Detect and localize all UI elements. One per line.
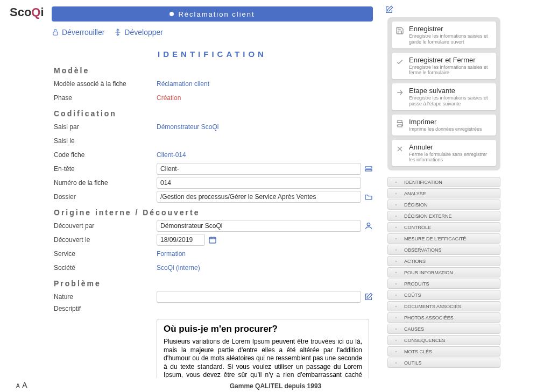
save-icon xyxy=(395,26,405,35)
ba-title: Annuler xyxy=(409,143,493,151)
nav-icon: ◦ xyxy=(391,348,401,354)
nav-icon: ◦ xyxy=(391,292,401,298)
ba-title: Enregistrer et Fermer xyxy=(409,56,493,64)
nav-btn-14[interactable]: ◦CONSÉQUENCES xyxy=(387,335,500,345)
nav-btn-2[interactable]: ◦DÉCISION xyxy=(387,199,500,210)
nav-label: OBSERVATIONS xyxy=(404,247,442,253)
ba-title: Enregistrer xyxy=(409,25,493,33)
nav-label: CONTRÔLE xyxy=(404,225,431,230)
nav-icon: ◦ xyxy=(391,326,401,332)
label-entete: En-tête xyxy=(52,165,157,173)
unlock-button[interactable]: Déverrouiller xyxy=(52,28,104,37)
nav-btn-8[interactable]: ◦POUR INFORMATION xyxy=(387,267,500,277)
descriptif-textarea[interactable]: Où puis-je m'en procurer? Plusieurs vari… xyxy=(157,319,369,378)
brand-logo: ScoQi xyxy=(10,5,44,19)
nav-buttons: ◦IDENTIFICATION◦ANALYSE◦DÉCISION◦DÉCISIO… xyxy=(387,177,500,368)
value-societe-int[interactable]: ScoQi (interne) xyxy=(157,264,200,272)
value-phase: Création xyxy=(157,94,181,102)
nav-label: PHOTOS ASSOCIÉES xyxy=(404,315,454,320)
svg-rect-8 xyxy=(398,125,402,127)
nav-icon: ◦ xyxy=(391,236,401,241)
ba-desc: Enregistre les informations saisies et p… xyxy=(409,95,493,107)
big-action-4[interactable]: AnnulerFerme le formulaire sans enregist… xyxy=(392,140,496,167)
nav-label: DÉCISION EXTERNE xyxy=(404,213,452,219)
nav-btn-12[interactable]: ◦PHOTOS ASSOCIÉES xyxy=(387,312,500,323)
ba-desc: Imprime les données enregistrées xyxy=(409,126,493,132)
check-icon xyxy=(395,57,405,67)
label-saisi-par: Saisi par xyxy=(52,123,157,131)
nav-icon: ◦ xyxy=(391,360,401,366)
input-entete[interactable] xyxy=(157,163,361,175)
input-dossier[interactable] xyxy=(157,191,361,203)
nav-label: DOCUMENTS ASSOCIÉS xyxy=(404,304,461,309)
edit-top-icon[interactable] xyxy=(385,5,393,14)
folder-icon[interactable] xyxy=(364,193,373,201)
arrow-icon xyxy=(395,88,405,97)
nav-icon: ◦ xyxy=(391,281,401,287)
entete-icon[interactable] xyxy=(364,165,373,173)
big-action-3[interactable]: ImprimerImprime les données enregistrées xyxy=(392,115,496,136)
ba-desc: Enregistre les informations saisies et g… xyxy=(409,33,493,45)
nav-btn-10[interactable]: ◦COÛTS xyxy=(387,290,500,300)
expand-icon xyxy=(114,28,122,36)
nav-btn-1[interactable]: ◦ANALYSE xyxy=(387,188,500,198)
input-decouvert-le[interactable] xyxy=(157,234,205,246)
label-phase: Phase xyxy=(52,94,157,102)
nav-btn-6[interactable]: ◦OBSERVATIONS xyxy=(387,245,500,255)
nav-icon: ◦ xyxy=(391,224,401,230)
nav-label: IDENTIFICATION xyxy=(404,180,442,185)
svg-rect-4 xyxy=(209,237,216,243)
calendar-icon[interactable] xyxy=(208,236,217,244)
print-icon xyxy=(395,119,405,129)
nav-btn-11[interactable]: ◦DOCUMENTS ASSOCIÉS xyxy=(387,301,500,311)
nav-label: COÛTS xyxy=(404,293,421,298)
ba-title: Imprimer xyxy=(409,118,493,126)
footer-text: Gamme QALITEL depuis 1993 xyxy=(0,382,551,390)
nav-btn-4[interactable]: ◦CONTRÔLE xyxy=(387,222,500,232)
label-decouvert-le: Découvert le xyxy=(52,236,157,244)
nav-icon: ◦ xyxy=(391,315,401,320)
value-service[interactable]: Formation xyxy=(157,250,186,258)
nav-btn-0[interactable]: ◦IDENTIFICATION xyxy=(387,177,500,187)
input-nature[interactable] xyxy=(157,291,361,303)
big-action-0[interactable]: EnregistrerEnregistre les informations s… xyxy=(392,22,496,48)
label-decouvert-par: Découvert par xyxy=(52,222,157,230)
nav-label: CONSÉQUENCES xyxy=(404,338,446,343)
label-dossier: Dossier xyxy=(52,193,157,201)
nav-label: OUTILS xyxy=(404,360,422,366)
section-codification: Codification xyxy=(54,109,373,118)
descriptif-body: Plusieurs variations de Lorem Ipsum peuv… xyxy=(164,338,362,378)
input-numero[interactable] xyxy=(157,177,361,189)
svg-point-3 xyxy=(367,223,370,226)
big-actions: EnregistrerEnregistre les informations s… xyxy=(387,17,500,170)
nav-btn-7[interactable]: ◦ACTIONS xyxy=(387,256,500,266)
nav-label: ANALYSE xyxy=(404,191,426,196)
ba-desc: Enregistre les informations saisies et f… xyxy=(409,65,493,76)
nature-edit-icon[interactable] xyxy=(364,293,373,301)
person-icon[interactable] xyxy=(364,222,373,230)
label-model: Modèle associé à la fiche xyxy=(52,80,157,88)
nav-btn-5[interactable]: ◦MESURE DE L'EFFICACITÉ xyxy=(387,233,500,244)
section-origine-interne: Origine interne / Découverte xyxy=(54,208,373,217)
nav-btn-13[interactable]: ◦CAUSES xyxy=(387,324,500,334)
section-probleme: Problème xyxy=(54,279,373,288)
big-action-1[interactable]: Enregistrer et FermerEnregistre les info… xyxy=(392,53,496,80)
nav-label: DÉCISION xyxy=(404,202,428,208)
nav-icon: ◦ xyxy=(391,213,401,219)
label-saisi-le: Saisi le xyxy=(52,137,157,145)
nav-btn-16[interactable]: ◦OUTILS xyxy=(387,358,500,368)
value-model[interactable]: Réclamation client xyxy=(157,80,209,88)
nav-icon: ◦ xyxy=(391,247,401,253)
status-dot-icon xyxy=(169,12,174,16)
nav-btn-9[interactable]: ◦PRODUITS xyxy=(387,279,500,289)
right-panel: EnregistrerEnregistre les informations s… xyxy=(387,17,500,369)
nav-btn-3[interactable]: ◦DÉCISION EXTERNE xyxy=(387,211,500,221)
nav-btn-15[interactable]: ◦MOTS CLÉS xyxy=(387,346,500,357)
expand-button[interactable]: Développer xyxy=(114,28,163,37)
big-action-2[interactable]: Etape suivanteEnregistre les information… xyxy=(392,83,496,110)
header-bar: Réclamation client xyxy=(52,6,373,22)
value-saisi-par[interactable]: Démonstrateur ScoQi xyxy=(157,123,218,131)
toolbar: Déverrouiller Développer xyxy=(52,28,163,37)
input-decouvert-par[interactable] xyxy=(157,220,361,232)
value-code[interactable]: Client-014 xyxy=(157,151,186,159)
